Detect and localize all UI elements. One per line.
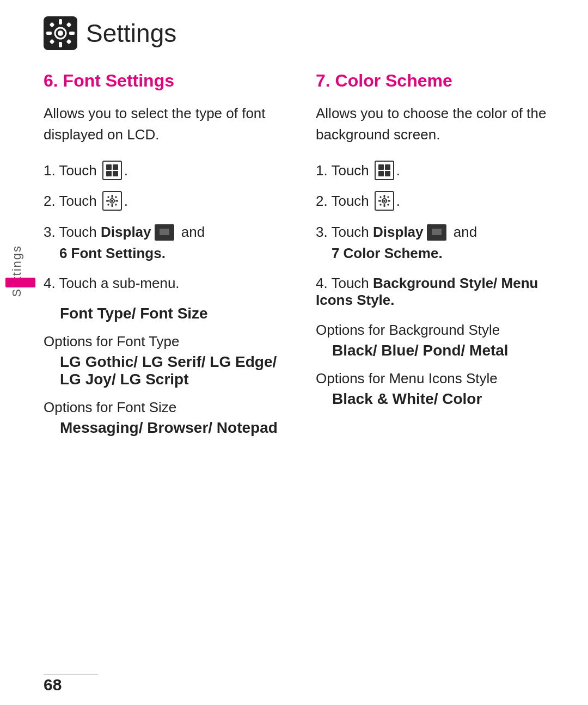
font-step-2: 2. Touch . (44, 191, 294, 211)
svg-rect-6 (69, 32, 75, 35)
font-step-3-text: 3. Touch (44, 222, 101, 243)
svg-rect-30 (387, 196, 389, 198)
bg-style-options-label: Options for Background Style (316, 322, 566, 339)
font-step-1-text: 1. Touch (44, 162, 97, 179)
color-scheme-desc: Allows you to choose the color of the ba… (316, 103, 566, 145)
color-step-3-and: and (450, 222, 477, 243)
svg-rect-32 (387, 204, 389, 206)
font-step-3: 3. Touch Display and 6 Font Settings. (44, 222, 294, 264)
grid-icon-2 (375, 161, 394, 180)
font-type-options-value: LG Gothic/ LG Serif/ LG Edge/ LG Joy/ LG… (60, 353, 294, 388)
color-step-3-bold2: 7 Color Scheme. (316, 245, 443, 261)
svg-rect-15 (106, 200, 109, 202)
font-step-4-text: 4. Touch a sub-menu. (44, 275, 180, 291)
svg-rect-31 (379, 204, 382, 206)
font-sub-options-label: Font Type/ Font Size (60, 305, 294, 322)
display-icon-2 (427, 224, 446, 241)
settings-small-icon-2 (375, 191, 394, 211)
svg-rect-27 (378, 200, 381, 202)
font-step-1: 1. Touch . (44, 161, 294, 180)
color-step-2: 2. Touch . (316, 191, 566, 211)
font-settings-title: 6. Font Settings (44, 71, 294, 91)
svg-rect-13 (111, 195, 113, 198)
grid-icon-1 (102, 161, 122, 180)
main-content: 6. Font Settings Allows you to select th… (44, 71, 566, 661)
color-step-3: 3. Touch Display and 7 Color Scheme. (316, 222, 566, 264)
page-title: Settings (86, 19, 176, 48)
svg-rect-29 (379, 196, 382, 198)
svg-rect-19 (107, 204, 109, 206)
svg-rect-16 (115, 200, 118, 202)
svg-rect-4 (59, 42, 62, 47)
svg-rect-26 (383, 204, 385, 207)
page-number: 68 (44, 676, 62, 694)
font-type-options-label: Options for Font Type (44, 333, 294, 350)
svg-rect-18 (115, 196, 117, 198)
color-step-3-text: 3. Touch (316, 222, 373, 243)
display-icon-1 (155, 224, 174, 241)
bottom-divider (44, 675, 98, 675)
sidebar-label: Settings (10, 245, 24, 297)
svg-rect-20 (115, 204, 117, 206)
page-header: Settings (44, 16, 176, 50)
svg-rect-25 (383, 195, 385, 198)
font-settings-desc: Allows you to select the type of font di… (44, 103, 294, 145)
color-step-4-text: 4. Touch (316, 275, 373, 291)
font-step-3-bold: Display (101, 222, 151, 243)
svg-point-12 (111, 200, 113, 202)
font-size-options-value: Messaging/ Browser/ Notepad (60, 419, 294, 437)
color-scheme-column: 7. Color Scheme Allows you to choose the… (316, 71, 566, 661)
settings-small-icon-1 (102, 191, 122, 211)
color-step-3-bold: Display (373, 222, 424, 243)
font-step-2-text: 2. Touch (44, 193, 97, 210)
color-step-1: 1. Touch . (316, 161, 566, 180)
svg-rect-22 (160, 229, 169, 235)
font-size-options-label: Options for Font Size (44, 399, 294, 416)
menu-icons-options-label: Options for Menu Icons Style (316, 370, 566, 387)
font-step-4: 4. Touch a sub-menu. (44, 275, 294, 292)
sidebar-bar (5, 278, 35, 287)
svg-rect-28 (388, 200, 390, 202)
svg-rect-14 (111, 204, 113, 207)
font-step-3-bold2: 6 Font Settings. (44, 245, 166, 261)
svg-point-2 (58, 30, 63, 36)
color-step-2-text: 2. Touch (316, 193, 369, 210)
svg-rect-17 (107, 196, 109, 198)
color-step-4: 4. Touch Background Style/ Menu Icons St… (316, 275, 566, 309)
bg-style-options-value: Black/ Blue/ Pond/ Metal (332, 342, 566, 359)
svg-point-24 (383, 200, 385, 202)
color-step-1-text: 1. Touch (316, 162, 369, 179)
font-settings-column: 6. Font Settings Allows you to select th… (44, 71, 294, 661)
svg-rect-34 (432, 229, 442, 235)
settings-icon (44, 16, 77, 50)
menu-icons-options-value: Black & White/ Color (332, 390, 566, 408)
color-scheme-title: 7. Color Scheme (316, 71, 566, 91)
svg-rect-3 (59, 19, 62, 24)
font-step-3-and: and (177, 222, 205, 243)
svg-rect-5 (46, 32, 52, 35)
